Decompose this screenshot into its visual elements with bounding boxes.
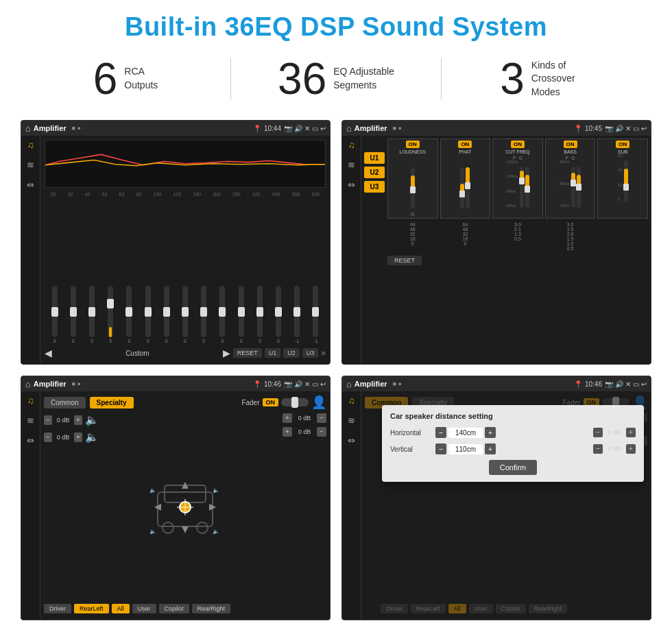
- ch-sub: ON SUB 2015105: [597, 138, 648, 219]
- dist-sidebar-eq-icon[interactable]: ♫: [348, 395, 355, 406]
- dialog-confirm-button[interactable]: Confirm: [489, 460, 538, 475]
- dist-sidebar-wave-icon[interactable]: ≋: [348, 415, 355, 426]
- dialog-vertical-minus[interactable]: −: [435, 443, 446, 454]
- fader-tl-minus[interactable]: −: [44, 415, 52, 425]
- fader-tl-plus[interactable]: +: [74, 415, 82, 425]
- dist-sidebar-balance-icon[interactable]: ⇔: [348, 435, 355, 446]
- screenshots-grid: ⌂ Amplifier ■ ● 📍 10:44 📷 🔊 ✕ ▭ ↩ ♫ ≋ ⇔: [21, 120, 651, 620]
- ch-cutfreq-on[interactable]: ON: [511, 141, 525, 148]
- fader-tr-minus[interactable]: −: [317, 413, 326, 423]
- stat-rca-label: RCA Outputs: [124, 65, 158, 92]
- fader-zone-user[interactable]: User: [132, 604, 156, 613]
- crossover-sidebar-eq-icon[interactable]: ♫: [348, 140, 355, 150]
- eq-freq-250: 250: [232, 192, 241, 197]
- eq-u3-btn[interactable]: U3: [302, 348, 319, 358]
- eq-slider-8: 0: [176, 286, 193, 343]
- crossover-back-icon[interactable]: ↩: [641, 125, 647, 132]
- fader-common-tab[interactable]: Common: [44, 397, 86, 409]
- stat-eq-label: EQ Adjustable Segments: [333, 65, 394, 92]
- fader-h-slider[interactable]: [281, 398, 309, 406]
- eq-freq-40: 40: [85, 192, 91, 197]
- fader-bottom-bar: Driver RearLeft All User Copilot RearRig…: [44, 601, 326, 616]
- ch-phat-name: PHAT: [459, 149, 471, 154]
- eq-freq-200: 200: [213, 192, 221, 197]
- eq-u1-btn[interactable]: U1: [265, 348, 281, 358]
- crossover-time: 10:45: [585, 125, 602, 132]
- eq-close-icon[interactable]: ✕: [304, 125, 310, 132]
- dialog-v-right-minus[interactable]: −: [593, 444, 603, 454]
- ch-bass-on[interactable]: ON: [564, 141, 577, 148]
- dialog-h-right-plus[interactable]: +: [626, 428, 636, 437]
- eq-sidebar-balance-icon[interactable]: ⇔: [27, 180, 34, 190]
- eq-location-icon: 📍: [253, 125, 261, 132]
- fader-ch-tl: − 0 dB + 🔈: [44, 413, 99, 426]
- dialog-v-right-value: 0 dB: [605, 446, 624, 452]
- fader-tr-plus[interactable]: +: [283, 413, 292, 423]
- eq-next-btn[interactable]: ▶: [223, 348, 230, 358]
- dialog-v-right-plus[interactable]: +: [626, 444, 636, 454]
- dist-close-icon[interactable]: ✕: [625, 380, 631, 388]
- dist-back-icon[interactable]: ↩: [641, 380, 647, 388]
- eq-slider-3: 0: [83, 286, 100, 343]
- fader-br-minus[interactable]: −: [317, 427, 326, 437]
- eq-reset-btn[interactable]: RESET: [233, 348, 262, 358]
- crossover-sidebar: ♫ ≋ ⇔: [342, 136, 361, 364]
- eq-app-name: Amplifier: [34, 124, 67, 132]
- fader-sidebar: ♫ ≋ ⇔: [21, 391, 40, 620]
- crossover-u1-btn[interactable]: U1: [364, 152, 385, 164]
- fader-zone-all[interactable]: All: [112, 604, 130, 613]
- dialog-horizontal-value: 140cm: [448, 428, 483, 438]
- crossover-close-icon[interactable]: ✕: [625, 125, 631, 132]
- fader-close-icon[interactable]: ✕: [304, 380, 310, 388]
- crossover-u3-btn[interactable]: U3: [364, 181, 385, 193]
- dialog-vertical-ctrl: − 110cm +: [435, 443, 496, 454]
- eq-sidebar-waveform-icon[interactable]: ≋: [27, 160, 34, 170]
- eq-sidebar-equalizer-icon[interactable]: ♫: [27, 140, 34, 150]
- eq-prev-btn[interactable]: ◀: [45, 348, 52, 358]
- fader-back-icon[interactable]: ↩: [320, 380, 326, 388]
- eq-slider-7: 0: [158, 286, 175, 343]
- ch-phat-on[interactable]: ON: [458, 141, 472, 148]
- dist-home-icon[interactable]: ⌂: [346, 379, 352, 389]
- ch-bass: ON BASS FG 90Hz80Hz70Hz: [545, 138, 596, 219]
- crossover-home-icon[interactable]: ⌂: [346, 123, 352, 134]
- fader-zone-rearright[interactable]: RearRight: [192, 604, 231, 613]
- fader-home-icon[interactable]: ⌂: [25, 379, 31, 389]
- dialog-vertical-plus[interactable]: +: [485, 443, 496, 454]
- crossover-reset-btn[interactable]: RESET: [387, 256, 422, 265]
- fader-sidebar-balance-icon[interactable]: ⇔: [27, 435, 34, 446]
- eq-more-icon[interactable]: »: [321, 348, 326, 358]
- dialog-v-right: − 0 dB +: [593, 444, 636, 454]
- fader-br-plus[interactable]: +: [283, 427, 292, 437]
- ch-loudness-on[interactable]: ON: [406, 141, 420, 148]
- dist-main-area: Common Specialty Fader ON 👤: [361, 391, 651, 620]
- fader-sidebar-eq-icon[interactable]: ♫: [27, 395, 34, 406]
- fader-specialty-tab[interactable]: Specialty: [90, 397, 134, 409]
- home-icon[interactable]: ⌂: [25, 123, 31, 134]
- crossover-u2-btn[interactable]: U2: [364, 167, 385, 178]
- ch-sub-on[interactable]: ON: [616, 141, 629, 148]
- eq-freq-125: 125: [173, 192, 181, 197]
- screen-crossover: ⌂ Amplifier ■ ● 📍 10:45 📷 🔊 ✕ ▭ ↩ ♫ ≋ ⇔: [341, 120, 651, 365]
- fader-zone-copilot[interactable]: Copilot: [159, 604, 189, 613]
- dialog-h-right-minus[interactable]: −: [593, 428, 603, 437]
- eq-u2-btn[interactable]: U2: [283, 348, 300, 358]
- eq-freq-32: 32: [68, 192, 73, 197]
- dialog-horizontal-plus[interactable]: +: [485, 427, 496, 438]
- eq-freq-400: 400: [272, 192, 280, 197]
- fader-sidebar-wave-icon[interactable]: ≋: [27, 415, 34, 426]
- crossover-main-area: U1 U2 U3 ON LOUDNESS: [361, 136, 651, 364]
- eq-back-icon[interactable]: ↩: [320, 125, 326, 132]
- fader-zone-driver[interactable]: Driver: [44, 604, 71, 613]
- fader-bl-plus[interactable]: +: [74, 432, 82, 442]
- crossover-sidebar-wave-icon[interactable]: ≋: [348, 160, 355, 170]
- fader-screen-content: ♫ ≋ ⇔ Common Specialty Fader ON 👤: [21, 391, 330, 620]
- eq-freq-320: 320: [252, 192, 261, 197]
- fader-bl-minus[interactable]: −: [44, 432, 52, 442]
- crossover-sidebar-balance-icon[interactable]: ⇔: [348, 180, 355, 190]
- fader-bl-value: 0 dB: [55, 434, 71, 441]
- dialog-horizontal-minus[interactable]: −: [435, 427, 446, 438]
- fader-on-badge[interactable]: ON: [263, 398, 279, 406]
- fader-zone-rearleft[interactable]: RearLeft: [74, 604, 109, 613]
- dist-window-icon: ▭: [633, 380, 639, 388]
